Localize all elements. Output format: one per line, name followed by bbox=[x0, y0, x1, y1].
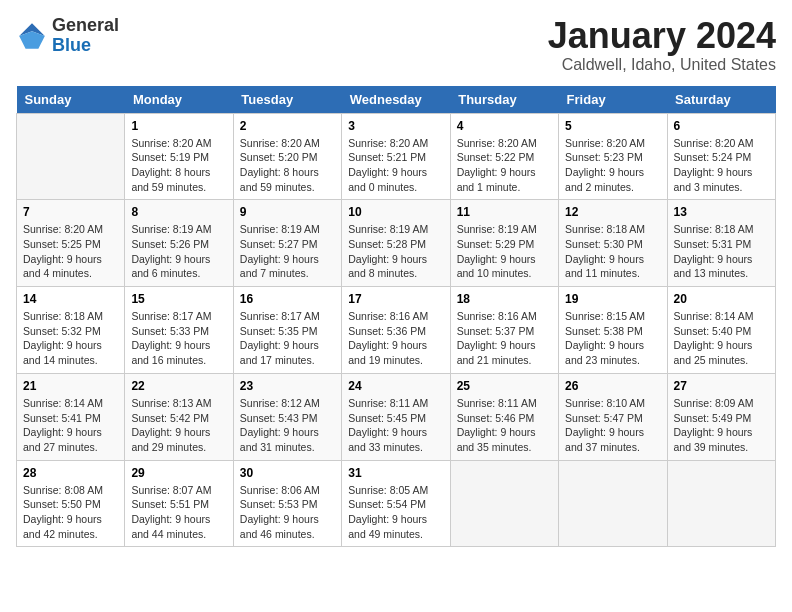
calendar-week-row: 14 Sunrise: 8:18 AM Sunset: 5:32 PM Dayl… bbox=[17, 287, 776, 374]
day-number: 17 bbox=[348, 292, 443, 306]
sunrise-text: Sunrise: 8:15 AM bbox=[565, 310, 645, 322]
calendar-day-cell: 4 Sunrise: 8:20 AM Sunset: 5:22 PM Dayli… bbox=[450, 113, 558, 200]
sunset-text: Sunset: 5:31 PM bbox=[674, 238, 752, 250]
sunrise-text: Sunrise: 8:09 AM bbox=[674, 397, 754, 409]
day-number: 23 bbox=[240, 379, 335, 393]
day-info: Sunrise: 8:15 AM Sunset: 5:38 PM Dayligh… bbox=[565, 309, 660, 368]
calendar-week-row: 1 Sunrise: 8:20 AM Sunset: 5:19 PM Dayli… bbox=[17, 113, 776, 200]
calendar-day-cell: 29 Sunrise: 8:07 AM Sunset: 5:51 PM Dayl… bbox=[125, 460, 233, 547]
day-info: Sunrise: 8:18 AM Sunset: 5:31 PM Dayligh… bbox=[674, 222, 769, 281]
calendar-day-cell: 8 Sunrise: 8:19 AM Sunset: 5:26 PM Dayli… bbox=[125, 200, 233, 287]
daylight-text: Daylight: 9 hours and 17 minutes. bbox=[240, 339, 319, 366]
day-info: Sunrise: 8:19 AM Sunset: 5:27 PM Dayligh… bbox=[240, 222, 335, 281]
calendar-day-cell: 11 Sunrise: 8:19 AM Sunset: 5:29 PM Dayl… bbox=[450, 200, 558, 287]
day-number: 24 bbox=[348, 379, 443, 393]
day-number: 9 bbox=[240, 205, 335, 219]
sunset-text: Sunset: 5:49 PM bbox=[674, 412, 752, 424]
day-info: Sunrise: 8:06 AM Sunset: 5:53 PM Dayligh… bbox=[240, 483, 335, 542]
day-info: Sunrise: 8:12 AM Sunset: 5:43 PM Dayligh… bbox=[240, 396, 335, 455]
sunrise-text: Sunrise: 8:06 AM bbox=[240, 484, 320, 496]
daylight-text: Daylight: 9 hours and 13 minutes. bbox=[674, 253, 753, 280]
day-number: 25 bbox=[457, 379, 552, 393]
daylight-text: Daylight: 9 hours and 6 minutes. bbox=[131, 253, 210, 280]
calendar-day-cell: 20 Sunrise: 8:14 AM Sunset: 5:40 PM Dayl… bbox=[667, 287, 775, 374]
calendar-day-cell bbox=[450, 460, 558, 547]
sunrise-text: Sunrise: 8:05 AM bbox=[348, 484, 428, 496]
day-info: Sunrise: 8:11 AM Sunset: 5:46 PM Dayligh… bbox=[457, 396, 552, 455]
calendar-title: January 2024 bbox=[548, 16, 776, 56]
calendar-day-cell: 27 Sunrise: 8:09 AM Sunset: 5:49 PM Dayl… bbox=[667, 373, 775, 460]
sunrise-text: Sunrise: 8:19 AM bbox=[457, 223, 537, 235]
day-info: Sunrise: 8:10 AM Sunset: 5:47 PM Dayligh… bbox=[565, 396, 660, 455]
calendar-table: SundayMondayTuesdayWednesdayThursdayFrid… bbox=[16, 86, 776, 548]
calendar-day-cell: 25 Sunrise: 8:11 AM Sunset: 5:46 PM Dayl… bbox=[450, 373, 558, 460]
day-number: 10 bbox=[348, 205, 443, 219]
day-number: 12 bbox=[565, 205, 660, 219]
calendar-day-cell: 22 Sunrise: 8:13 AM Sunset: 5:42 PM Dayl… bbox=[125, 373, 233, 460]
sunrise-text: Sunrise: 8:20 AM bbox=[23, 223, 103, 235]
sunset-text: Sunset: 5:26 PM bbox=[131, 238, 209, 250]
day-info: Sunrise: 8:11 AM Sunset: 5:45 PM Dayligh… bbox=[348, 396, 443, 455]
sunset-text: Sunset: 5:19 PM bbox=[131, 151, 209, 163]
sunset-text: Sunset: 5:37 PM bbox=[457, 325, 535, 337]
day-number: 8 bbox=[131, 205, 226, 219]
day-number: 4 bbox=[457, 119, 552, 133]
page-header: General Blue January 2024 Caldwell, Idah… bbox=[16, 16, 776, 74]
weekday-header-cell: Monday bbox=[125, 86, 233, 114]
sunrise-text: Sunrise: 8:08 AM bbox=[23, 484, 103, 496]
calendar-week-row: 28 Sunrise: 8:08 AM Sunset: 5:50 PM Dayl… bbox=[17, 460, 776, 547]
sunrise-text: Sunrise: 8:17 AM bbox=[240, 310, 320, 322]
logo-general: General bbox=[52, 16, 119, 36]
calendar-day-cell: 7 Sunrise: 8:20 AM Sunset: 5:25 PM Dayli… bbox=[17, 200, 125, 287]
sunset-text: Sunset: 5:51 PM bbox=[131, 498, 209, 510]
daylight-text: Daylight: 9 hours and 8 minutes. bbox=[348, 253, 427, 280]
sunset-text: Sunset: 5:23 PM bbox=[565, 151, 643, 163]
daylight-text: Daylight: 9 hours and 14 minutes. bbox=[23, 339, 102, 366]
sunrise-text: Sunrise: 8:18 AM bbox=[565, 223, 645, 235]
sunset-text: Sunset: 5:21 PM bbox=[348, 151, 426, 163]
sunset-text: Sunset: 5:46 PM bbox=[457, 412, 535, 424]
day-number: 29 bbox=[131, 466, 226, 480]
sunset-text: Sunset: 5:25 PM bbox=[23, 238, 101, 250]
daylight-text: Daylight: 9 hours and 46 minutes. bbox=[240, 513, 319, 540]
calendar-day-cell: 15 Sunrise: 8:17 AM Sunset: 5:33 PM Dayl… bbox=[125, 287, 233, 374]
day-info: Sunrise: 8:09 AM Sunset: 5:49 PM Dayligh… bbox=[674, 396, 769, 455]
daylight-text: Daylight: 9 hours and 29 minutes. bbox=[131, 426, 210, 453]
day-number: 14 bbox=[23, 292, 118, 306]
sunset-text: Sunset: 5:38 PM bbox=[565, 325, 643, 337]
day-number: 16 bbox=[240, 292, 335, 306]
sunrise-text: Sunrise: 8:07 AM bbox=[131, 484, 211, 496]
daylight-text: Daylight: 9 hours and 0 minutes. bbox=[348, 166, 427, 193]
sunset-text: Sunset: 5:32 PM bbox=[23, 325, 101, 337]
sunrise-text: Sunrise: 8:17 AM bbox=[131, 310, 211, 322]
daylight-text: Daylight: 9 hours and 21 minutes. bbox=[457, 339, 536, 366]
calendar-day-cell: 6 Sunrise: 8:20 AM Sunset: 5:24 PM Dayli… bbox=[667, 113, 775, 200]
day-number: 13 bbox=[674, 205, 769, 219]
day-number: 1 bbox=[131, 119, 226, 133]
day-number: 22 bbox=[131, 379, 226, 393]
day-number: 19 bbox=[565, 292, 660, 306]
daylight-text: Daylight: 9 hours and 4 minutes. bbox=[23, 253, 102, 280]
daylight-text: Daylight: 9 hours and 1 minute. bbox=[457, 166, 536, 193]
sunrise-text: Sunrise: 8:20 AM bbox=[131, 137, 211, 149]
logo-blue: Blue bbox=[52, 36, 119, 56]
day-number: 27 bbox=[674, 379, 769, 393]
sunset-text: Sunset: 5:24 PM bbox=[674, 151, 752, 163]
calendar-day-cell: 31 Sunrise: 8:05 AM Sunset: 5:54 PM Dayl… bbox=[342, 460, 450, 547]
calendar-subtitle: Caldwell, Idaho, United States bbox=[548, 56, 776, 74]
day-info: Sunrise: 8:14 AM Sunset: 5:41 PM Dayligh… bbox=[23, 396, 118, 455]
sunset-text: Sunset: 5:28 PM bbox=[348, 238, 426, 250]
day-number: 18 bbox=[457, 292, 552, 306]
sunset-text: Sunset: 5:53 PM bbox=[240, 498, 318, 510]
daylight-text: Daylight: 9 hours and 33 minutes. bbox=[348, 426, 427, 453]
day-number: 5 bbox=[565, 119, 660, 133]
day-number: 3 bbox=[348, 119, 443, 133]
calendar-day-cell: 16 Sunrise: 8:17 AM Sunset: 5:35 PM Dayl… bbox=[233, 287, 341, 374]
day-info: Sunrise: 8:20 AM Sunset: 5:25 PM Dayligh… bbox=[23, 222, 118, 281]
calendar-day-cell: 18 Sunrise: 8:16 AM Sunset: 5:37 PM Dayl… bbox=[450, 287, 558, 374]
day-info: Sunrise: 8:18 AM Sunset: 5:30 PM Dayligh… bbox=[565, 222, 660, 281]
calendar-body: 1 Sunrise: 8:20 AM Sunset: 5:19 PM Dayli… bbox=[17, 113, 776, 547]
calendar-day-cell: 28 Sunrise: 8:08 AM Sunset: 5:50 PM Dayl… bbox=[17, 460, 125, 547]
sunset-text: Sunset: 5:54 PM bbox=[348, 498, 426, 510]
sunrise-text: Sunrise: 8:16 AM bbox=[348, 310, 428, 322]
